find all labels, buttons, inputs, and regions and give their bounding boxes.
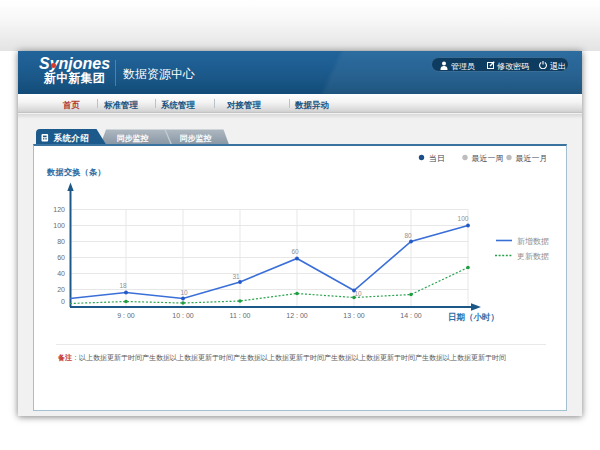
svg-text:更新数据: 更新数据 [517, 252, 549, 261]
svg-text:60: 60 [57, 254, 65, 261]
svg-text:同步监控: 同步监控 [180, 134, 212, 143]
svg-text:10: 10 [180, 289, 188, 296]
svg-text:14 : 00: 14 : 00 [400, 312, 422, 319]
svg-text:10: 10 [354, 290, 362, 297]
svg-text:18: 18 [119, 282, 127, 289]
svg-text:11 : 00: 11 : 00 [230, 312, 251, 319]
svg-text:最近一周: 最近一周 [472, 154, 504, 163]
svg-text:新增数据: 新增数据 [517, 237, 549, 246]
svg-text:9 : 00: 9 : 00 [117, 312, 135, 319]
svg-text:当日: 当日 [429, 154, 445, 163]
svg-text:100: 100 [53, 222, 65, 229]
svg-text:40: 40 [57, 270, 65, 277]
svg-text:同步监控: 同步监控 [117, 134, 149, 143]
svg-text:100: 100 [458, 215, 469, 222]
svg-text:12 : 00: 12 : 00 [286, 312, 308, 319]
svg-text:系统介绍: 系统介绍 [53, 133, 90, 143]
svg-text:20: 20 [57, 286, 65, 293]
svg-text:13 : 00: 13 : 00 [343, 312, 365, 319]
svg-text:31: 31 [232, 273, 240, 280]
svg-text:0: 0 [61, 298, 65, 305]
svg-text:10 : 00: 10 : 00 [172, 312, 194, 319]
svg-text:最近一月: 最近一月 [516, 154, 548, 163]
svg-text:日期（小时）: 日期（小时） [448, 312, 499, 322]
svg-text:80: 80 [404, 232, 412, 239]
svg-text:120: 120 [53, 206, 65, 213]
svg-text:60: 60 [291, 248, 299, 255]
svg-text:80: 80 [57, 238, 65, 245]
svg-text:数据交换（条）: 数据交换（条） [46, 167, 106, 177]
